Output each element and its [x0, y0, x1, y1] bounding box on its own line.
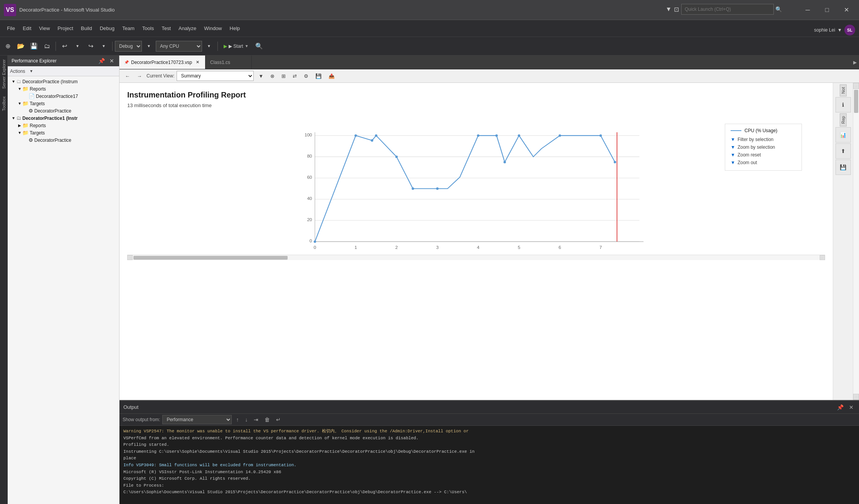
filter-icon-button[interactable]: ▼: [256, 72, 266, 81]
h-scroll-left-arrow[interactable]: ◀: [127, 255, 133, 260]
debug-mode-dropdown[interactable]: ▼: [143, 40, 155, 52]
actions-dropdown-btn[interactable]: ▼: [27, 68, 35, 74]
expand-icon[interactable]: ▼: [17, 87, 22, 91]
scroll-track[interactable]: [853, 89, 859, 394]
output-source-select[interactable]: Performance Build Debug: [162, 415, 232, 424]
perf-explorer-pin-button[interactable]: 📌: [97, 58, 106, 64]
export-report-button[interactable]: 📤: [326, 72, 337, 81]
new-project-button[interactable]: ⊕: [2, 40, 14, 52]
expand-icon[interactable]: ▼: [11, 79, 16, 84]
info-panel-btn[interactable]: ℹ: [835, 97, 851, 113]
undo-button[interactable]: ↩: [58, 40, 71, 52]
scroll-up-arrow[interactable]: ▲: [853, 83, 859, 89]
expand-icon[interactable]: ▼: [17, 101, 22, 106]
not-panel-label[interactable]: Not: [840, 84, 847, 96]
zoom-out-action[interactable]: ▼ Zoom out: [731, 159, 796, 166]
menu-edit[interactable]: Edit: [19, 23, 35, 34]
menu-analyze[interactable]: Analyze: [175, 23, 200, 34]
save-button[interactable]: 💾: [28, 40, 40, 52]
tree-item-report-file[interactable]: 📄 DecoratorPractice17: [8, 92, 119, 100]
tree-item-targets-1[interactable]: ▼ 📁 Targets: [8, 100, 119, 107]
share-panel-btn[interactable]: ⬆: [835, 143, 851, 159]
undo-dropdown[interactable]: ▼: [71, 40, 84, 52]
tree-item-reports-1[interactable]: ▼ 📁 Reports: [8, 85, 119, 92]
filter-by-selection-action[interactable]: ▼ Filter by selection: [731, 136, 796, 143]
tree-item-reports-2[interactable]: ▶ 📁 Reports: [8, 122, 119, 129]
output-title: Output: [123, 404, 138, 410]
h-scroll-track[interactable]: [133, 255, 820, 260]
filter-settings-button[interactable]: ⚙: [301, 72, 311, 81]
scroll-down-arrow[interactable]: ▼: [853, 394, 859, 400]
zoom-reset-action[interactable]: ▼ Zoom reset: [731, 151, 796, 159]
zoom-by-selection-action[interactable]: ▼ Zoom by selection: [731, 143, 796, 151]
menu-tools[interactable]: Tools: [138, 23, 158, 34]
start-button[interactable]: ▶ ▶ Start ▼: [220, 42, 252, 51]
h-scroll-thumb[interactable]: [133, 256, 288, 260]
platform-dropdown[interactable]: ▼: [203, 40, 215, 52]
report-back-button[interactable]: ←: [123, 72, 132, 81]
output-indent-btn[interactable]: ⇥: [252, 415, 260, 424]
output-clear-btn[interactable]: 🗑: [263, 415, 272, 424]
output-wrap-btn[interactable]: ↵: [274, 415, 283, 424]
save-all-button[interactable]: 🗂: [41, 40, 53, 52]
menu-build[interactable]: Build: [77, 23, 96, 34]
save-report-button[interactable]: 💾: [313, 72, 324, 81]
menu-view[interactable]: View: [35, 23, 54, 34]
tab-vsp[interactable]: 📌 DecoratorPractice170723.vsp ✕: [120, 55, 205, 69]
perf-explorer-close-button[interactable]: ✕: [108, 58, 115, 64]
expand-icon[interactable]: ▼: [17, 131, 22, 135]
quick-launch-input[interactable]: [681, 4, 774, 15]
h-scroll-right-arrow[interactable]: ▶: [820, 255, 825, 260]
redo-button[interactable]: ↪: [84, 40, 97, 52]
menu-debug[interactable]: Debug: [96, 23, 118, 34]
menu-test[interactable]: Test: [158, 23, 175, 34]
output-move-down-btn[interactable]: ↓: [243, 415, 249, 424]
main-vertical-scrollbar[interactable]: ▲ ▼: [853, 83, 859, 400]
vs-logo-icon: VS: [4, 4, 16, 16]
scroll-thumb[interactable]: [854, 90, 858, 113]
open-file-button[interactable]: 📂: [15, 40, 27, 52]
tree-item-target-file-1[interactable]: ⚙ DecoratorPractice: [8, 107, 119, 114]
tab-scroll-right[interactable]: ▶: [851, 55, 859, 69]
filter-compare-button[interactable]: ⇄: [290, 72, 299, 81]
rep-panel-label[interactable]: Rep: [840, 113, 847, 126]
toolbox-tab[interactable]: Toolbox: [0, 92, 7, 115]
menu-help[interactable]: Help: [226, 23, 244, 34]
tree-item-target-file-2[interactable]: ⚙ DecoratorPractice: [8, 136, 119, 144]
redo-dropdown[interactable]: ▼: [98, 40, 110, 52]
restore-button[interactable]: □: [818, 4, 836, 16]
output-move-up-btn[interactable]: ↑: [234, 415, 241, 424]
user-avatar[interactable]: SL: [844, 25, 855, 35]
debug-mode-select[interactable]: Debug: [115, 41, 142, 52]
tree-item-decorator-practice-2[interactable]: ▼ 🗂 DecoratorPractice1 (Instr: [8, 114, 119, 122]
chart-horizontal-scrollbar[interactable]: ◀ ▶: [127, 255, 825, 260]
save-panel-btn[interactable]: 💾: [835, 160, 851, 175]
quick-launch-area: ▼ ⊡ 🔍: [665, 4, 782, 15]
filter-options-button[interactable]: ⊞: [279, 72, 288, 81]
expand-icon[interactable]: ▶: [17, 123, 22, 128]
tree-item-targets-2[interactable]: ▼ 📁 Targets: [8, 129, 119, 136]
close-button[interactable]: ✕: [837, 4, 855, 16]
minimize-button[interactable]: ─: [799, 4, 817, 16]
output-pin-button[interactable]: 📌: [835, 403, 845, 411]
server-explorer-tab[interactable]: Server Explorer: [0, 55, 7, 92]
tab-class1[interactable]: Class1.cs: [205, 55, 252, 69]
svg-text:4: 4: [477, 245, 480, 250]
tab-close-vsp[interactable]: ✕: [194, 59, 200, 66]
output-close-button[interactable]: ✕: [847, 403, 855, 411]
svg-text:5: 5: [518, 245, 520, 250]
filter-remove-button[interactable]: ⊗: [268, 72, 277, 81]
tree-item-decorator-practice-1[interactable]: ▼ 🗂 DecoratorPractice (Instrum: [8, 78, 119, 85]
menu-team[interactable]: Team: [118, 23, 138, 34]
report-export-btn[interactable]: 📊: [835, 127, 851, 143]
performance-icon-button[interactable]: 🔍: [253, 40, 265, 52]
view-select[interactable]: Summary Call Tree Functions Caller/Calle…: [177, 71, 254, 81]
expand-icon[interactable]: ▼: [11, 116, 16, 120]
menu-project[interactable]: Project: [54, 23, 77, 34]
output-panel: Output 📌 ✕ Show output from: Performance…: [120, 400, 859, 504]
menu-file[interactable]: File: [3, 23, 19, 34]
platform-select[interactable]: Any CPU: [156, 41, 202, 52]
menu-window[interactable]: Window: [200, 23, 226, 34]
report-forward-button[interactable]: →: [135, 72, 144, 81]
report-main: Instrumentation Profiling Report 13 mill…: [120, 83, 833, 400]
